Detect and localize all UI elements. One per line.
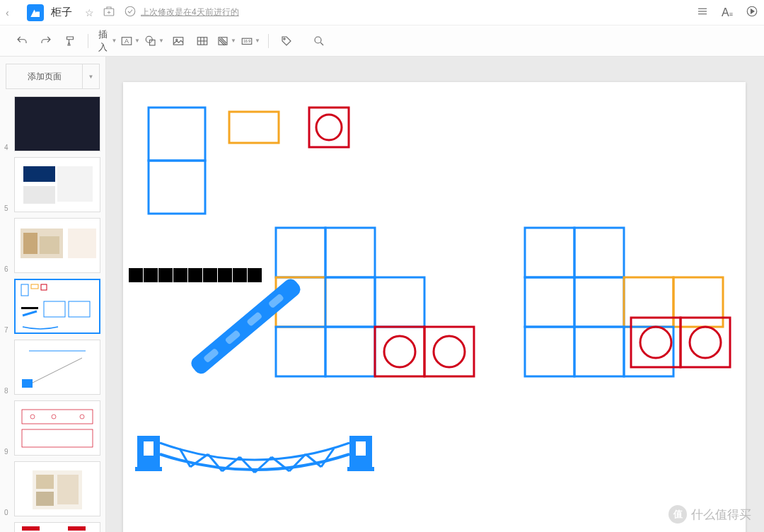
svg-rect-76: [276, 327, 325, 376]
search-button[interactable]: [308, 30, 330, 52]
svg-rect-72: [325, 228, 375, 277]
svg-rect-60: [309, 108, 349, 147]
background-button[interactable]: ▼: [216, 30, 237, 52]
svg-rect-63: [144, 268, 158, 282]
svg-rect-58: [149, 161, 205, 214]
svg-rect-37: [41, 284, 47, 290]
thumbnail-list: 4 5 6 7 8 9 0: [0, 93, 105, 532]
back-button[interactable]: ‹: [6, 7, 20, 18]
slide-sidebar: 添加页面 ▼ 4 5 6 7 8 9 0: [0, 57, 106, 532]
last-modified-text[interactable]: 上次修改是在4天前进行的: [141, 6, 239, 18]
svg-rect-89: [574, 327, 624, 376]
insert-button[interactable]: 插入 ▼: [96, 30, 117, 52]
svg-rect-57: [149, 108, 205, 161]
watermark: 值 什么值得买: [668, 505, 751, 524]
svg-rect-59: [229, 112, 279, 143]
slide-thumbnail[interactable]: [14, 96, 100, 151]
svg-rect-77: [325, 327, 375, 376]
text-settings-icon[interactable]: A≡: [722, 6, 733, 19]
svg-rect-34: [68, 229, 96, 258]
thumb-number: 6: [4, 265, 11, 273]
svg-rect-78: [375, 327, 424, 376]
svg-rect-88: [525, 327, 574, 376]
slide-thumbnail[interactable]: [14, 157, 100, 212]
document-title[interactable]: 柜子: [51, 6, 72, 19]
play-icon[interactable]: [746, 5, 758, 21]
shape-button[interactable]: ▼: [144, 30, 165, 52]
svg-line-43: [25, 358, 82, 386]
watermark-badge: 值: [668, 505, 687, 524]
slide-thumbnail[interactable]: [14, 218, 100, 273]
svg-rect-80: [424, 327, 474, 376]
svg-rect-51: [36, 475, 54, 489]
svg-rect-84: [525, 277, 574, 327]
svg-rect-62: [129, 268, 143, 282]
slide-thumbnail-active[interactable]: [14, 279, 100, 334]
add-page-button[interactable]: 添加页面 ▼: [6, 64, 100, 89]
svg-rect-82: [525, 228, 574, 277]
svg-rect-32: [23, 233, 37, 254]
table-button[interactable]: [192, 30, 213, 52]
slide-thumbnail[interactable]: [14, 340, 100, 395]
svg-rect-74: [325, 277, 375, 327]
title-bar: ‹ 柜子 ☆ 上次修改是在4天前进行的 A≡: [0, 0, 764, 25]
svg-line-41: [23, 311, 37, 316]
svg-point-81: [434, 336, 465, 367]
svg-rect-53: [36, 492, 54, 506]
thumb-number: 9: [4, 448, 11, 456]
svg-rect-52: [57, 475, 79, 504]
svg-rect-39: [44, 301, 65, 317]
svg-rect-33: [40, 236, 59, 254]
tag-button[interactable]: [276, 30, 297, 52]
svg-rect-101: [144, 441, 154, 456]
star-icon[interactable]: ☆: [85, 7, 94, 18]
svg-rect-69: [233, 268, 247, 282]
svg-point-61: [316, 115, 342, 140]
undo-button[interactable]: [11, 30, 33, 52]
svg-rect-44: [22, 379, 33, 388]
svg-point-14: [176, 39, 178, 40]
thumb-number: 7: [4, 326, 11, 334]
slide-thumbnail[interactable]: [14, 400, 100, 456]
image-button[interactable]: [168, 30, 189, 52]
slide-thumbnail[interactable]: [14, 461, 100, 516]
svg-point-49: [80, 415, 84, 419]
svg-point-92: [640, 327, 671, 358]
thumb-number: 5: [4, 204, 11, 212]
svg-rect-70: [248, 268, 262, 282]
svg-point-79: [384, 336, 415, 367]
watermark-text: 什么值得买: [691, 507, 751, 523]
svg-rect-55: [68, 526, 86, 531]
svg-rect-54: [22, 526, 40, 531]
slide-canvas[interactable]: [123, 82, 746, 532]
svg-rect-46: [22, 429, 93, 447]
slide-thumbnail[interactable]: [14, 522, 100, 532]
thumb-number: 0: [4, 509, 11, 516]
text-box-button[interactable]: A▼: [120, 30, 141, 52]
svg-rect-66: [188, 268, 202, 282]
svg-rect-104: [356, 441, 366, 456]
svg-rect-38: [21, 307, 38, 309]
svg-rect-102: [135, 467, 162, 471]
format-painter-button[interactable]: [59, 30, 81, 52]
redo-button[interactable]: [35, 30, 57, 52]
svg-rect-64: [158, 268, 173, 282]
thumb-number: 4: [4, 144, 11, 151]
svg-rect-65: [173, 268, 187, 282]
svg-rect-40: [69, 301, 90, 317]
svg-text:16:9: 16:9: [243, 39, 250, 43]
add-page-caret[interactable]: ▼: [82, 64, 99, 88]
svg-rect-75: [375, 277, 424, 327]
svg-point-25: [284, 37, 285, 39]
menu-icon[interactable]: [696, 5, 709, 21]
toolbar: 插入 ▼ A▼ ▼ ▼ 16:9▼: [0, 25, 764, 57]
aspect-ratio-button[interactable]: 16:9▼: [240, 30, 261, 52]
svg-rect-45: [22, 410, 93, 424]
svg-point-1: [125, 6, 135, 16]
canvas-area[interactable]: [106, 57, 764, 532]
check-icon: [124, 5, 137, 20]
app-logo[interactable]: [27, 4, 44, 21]
folder-icon[interactable]: [103, 5, 115, 20]
svg-point-26: [315, 37, 321, 43]
svg-text:A: A: [125, 37, 129, 45]
